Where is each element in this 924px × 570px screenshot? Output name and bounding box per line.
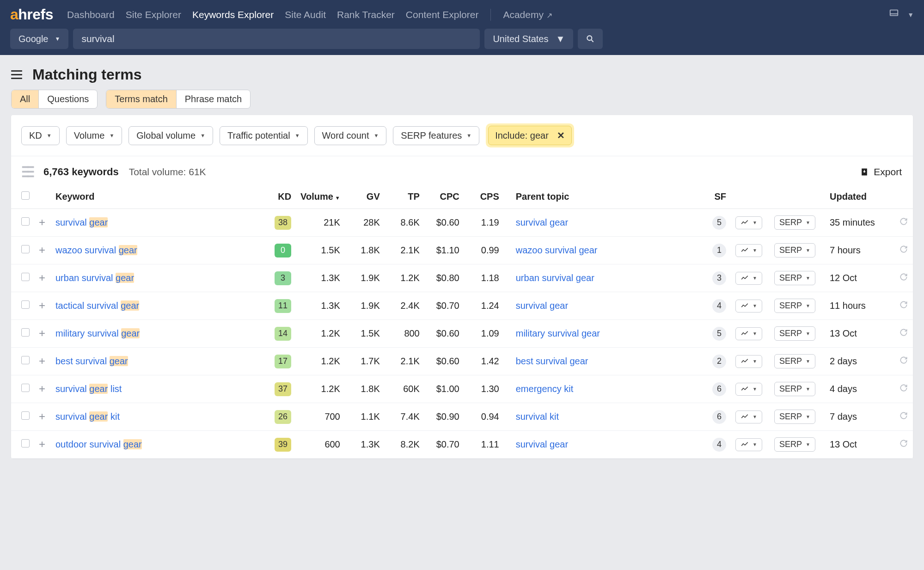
keyword-link[interactable]: outdoor survival gear	[55, 439, 142, 449]
nav-site-explorer[interactable]: Site Explorer	[126, 9, 181, 20]
serp-button[interactable]: SERP▼	[774, 437, 815, 452]
filter-word-count[interactable]: Word count▼	[314, 126, 387, 145]
keyword-link[interactable]: wazoo survival gear	[55, 245, 137, 255]
row-checkbox[interactable]	[21, 217, 30, 226]
chart-button[interactable]: ▼	[735, 327, 762, 340]
filter-traffic-potential[interactable]: Traffic potential▼	[220, 126, 308, 145]
col-sf[interactable]: SF	[701, 186, 731, 209]
keyword-link[interactable]: best survival gear	[55, 356, 128, 366]
expand-icon[interactable]: +	[39, 299, 45, 312]
refresh-icon[interactable]	[899, 300, 908, 309]
expand-icon[interactable]: +	[39, 244, 45, 256]
logo[interactable]: ahrefs	[10, 6, 53, 23]
keyword-link[interactable]: survival gear kit	[55, 411, 120, 422]
parent-topic-link[interactable]: military survival gear	[516, 328, 600, 338]
row-checkbox[interactable]	[21, 245, 30, 253]
serp-button[interactable]: SERP▼	[774, 382, 815, 396]
sf-badge[interactable]: 4	[712, 438, 726, 452]
col-gv[interactable]: GV	[345, 186, 385, 209]
screen-icon[interactable]	[889, 8, 899, 21]
keyword-link[interactable]: survival gear	[55, 217, 108, 227]
col-cpc[interactable]: CPC	[424, 186, 464, 209]
search-button[interactable]	[578, 29, 603, 49]
col-updated[interactable]: Updated	[825, 186, 894, 209]
expand-icon[interactable]: +	[39, 271, 45, 284]
row-checkbox[interactable]	[21, 439, 30, 447]
chart-button[interactable]: ▼	[735, 244, 762, 257]
filter-serp-features[interactable]: SERP features▼	[393, 126, 479, 145]
expand-icon[interactable]: +	[39, 327, 45, 339]
tab-all[interactable]: All	[12, 90, 39, 108]
row-checkbox[interactable]	[21, 328, 30, 337]
chart-button[interactable]: ▼	[735, 438, 762, 451]
row-checkbox[interactable]	[21, 356, 30, 364]
export-button[interactable]: Export	[860, 166, 902, 178]
sidebar-toggle-icon[interactable]	[11, 70, 22, 79]
chart-button[interactable]: ▼	[735, 355, 762, 368]
filter-global-volume[interactable]: Global volume▼	[129, 126, 213, 145]
serp-button[interactable]: SERP▼	[774, 215, 815, 230]
serp-button[interactable]: SERP▼	[774, 299, 815, 313]
sf-badge[interactable]: 1	[712, 244, 726, 257]
parent-topic-link[interactable]: emergency kit	[516, 384, 574, 394]
nav-academy[interactable]: Academy↗	[503, 9, 552, 20]
filter-kd[interactable]: KD▼	[21, 126, 60, 145]
chart-button[interactable]: ▼	[735, 272, 762, 285]
chart-button[interactable]: ▼	[735, 300, 762, 313]
expand-icon[interactable]: +	[39, 216, 45, 228]
tab-questions[interactable]: Questions	[39, 90, 97, 108]
col-cps[interactable]: CPS	[464, 186, 504, 209]
keyword-search-input[interactable]	[73, 29, 480, 49]
sf-badge[interactable]: 6	[712, 382, 726, 396]
parent-topic-link[interactable]: survival gear	[516, 439, 568, 449]
col-volume[interactable]: Volume▼	[296, 186, 345, 209]
refresh-icon[interactable]	[899, 245, 908, 254]
serp-button[interactable]: SERP▼	[774, 243, 815, 257]
chart-button[interactable]: ▼	[735, 216, 762, 229]
tab-phrase-match[interactable]: Phrase match	[177, 90, 250, 108]
row-checkbox[interactable]	[21, 384, 30, 392]
sf-badge[interactable]: 4	[712, 299, 726, 313]
col-parent[interactable]: Parent topic	[504, 186, 701, 209]
refresh-icon[interactable]	[899, 439, 908, 448]
nav-keywords-explorer[interactable]: Keywords Explorer	[192, 9, 274, 20]
sf-badge[interactable]: 2	[712, 355, 726, 368]
refresh-icon[interactable]	[899, 272, 908, 282]
parent-topic-link[interactable]: urban survival gear	[516, 273, 594, 283]
col-keyword[interactable]: Keyword	[51, 186, 263, 209]
sf-badge[interactable]: 5	[712, 327, 726, 341]
parent-topic-link[interactable]: best survival gear	[516, 356, 588, 366]
refresh-icon[interactable]	[899, 217, 908, 226]
refresh-icon[interactable]	[899, 328, 908, 337]
refresh-icon[interactable]	[899, 411, 908, 420]
chart-button[interactable]: ▼	[735, 411, 762, 423]
search-engine-select[interactable]: Google ▼	[10, 29, 68, 49]
row-checkbox[interactable]	[21, 300, 30, 309]
nav-dashboard[interactable]: Dashboard	[67, 9, 115, 20]
nav-content-explorer[interactable]: Content Explorer	[406, 9, 479, 20]
account-menu-caret[interactable]: ▼	[907, 11, 914, 18]
sf-badge[interactable]: 3	[712, 271, 726, 285]
column-settings-icon[interactable]: ━━━━━━	[22, 165, 33, 178]
serp-button[interactable]: SERP▼	[774, 354, 815, 368]
nav-site-audit[interactable]: Site Audit	[285, 9, 326, 20]
serp-button[interactable]: SERP▼	[774, 271, 815, 285]
expand-icon[interactable]: +	[39, 355, 45, 367]
keyword-link[interactable]: urban survival gear	[55, 273, 134, 283]
parent-topic-link[interactable]: wazoo survival gear	[516, 245, 598, 255]
expand-icon[interactable]: +	[39, 410, 45, 423]
expand-icon[interactable]: +	[39, 382, 45, 395]
row-checkbox[interactable]	[21, 273, 30, 281]
parent-topic-link[interactable]: survival gear	[516, 217, 568, 227]
parent-topic-link[interactable]: survival kit	[516, 411, 559, 422]
serp-button[interactable]: SERP▼	[774, 326, 815, 341]
keyword-link[interactable]: survival gear list	[55, 384, 122, 394]
sf-badge[interactable]: 6	[712, 410, 726, 424]
keyword-link[interactable]: tactical survival gear	[55, 300, 139, 311]
refresh-icon[interactable]	[899, 355, 908, 365]
tab-terms-match[interactable]: Terms match	[106, 90, 176, 108]
col-kd[interactable]: KD	[263, 186, 296, 209]
chart-button[interactable]: ▼	[735, 383, 762, 396]
country-select[interactable]: United States ▼	[484, 29, 573, 49]
include-filter[interactable]: Include: gear ✕	[488, 126, 572, 145]
